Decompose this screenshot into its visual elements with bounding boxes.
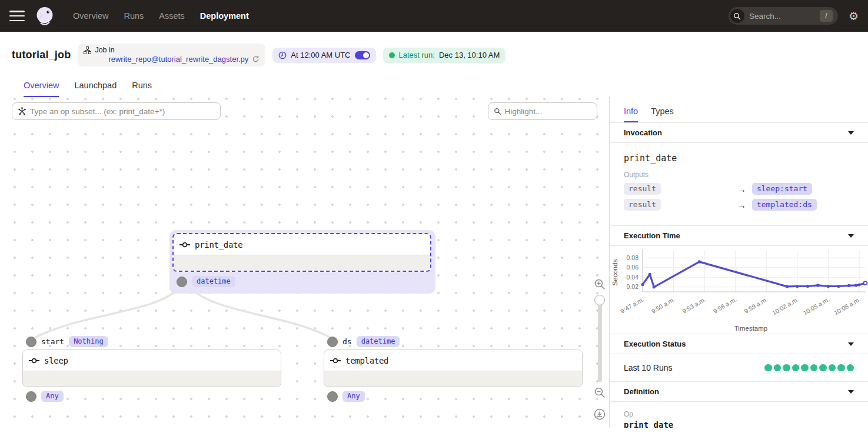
output-name-chip: result: [624, 183, 661, 195]
page-header: tutorial_job Job in rewrite_repo@tutoria…: [0, 32, 868, 97]
output-row: result → sleep:start: [624, 183, 854, 195]
execution-time-chart-block: 0.020.040.060.089:47 a.m.9:50 a.m.9:53 a…: [610, 246, 868, 334]
op-icon: [29, 358, 39, 364]
run-success-dot[interactable]: [792, 364, 800, 372]
type-chip-any[interactable]: Any: [342, 391, 365, 402]
run-success-dot[interactable]: [847, 364, 854, 372]
section-execution-status[interactable]: Execution Status: [610, 334, 868, 354]
definition-block: Op print_date: [610, 402, 868, 428]
svg-text:10:05 a.m.: 10:05 a.m.: [802, 295, 830, 316]
op-node-body: [174, 255, 430, 271]
run-success-dot[interactable]: [819, 364, 827, 372]
execution-time-chart: 0.020.040.060.089:47 a.m.9:50 a.m.9:53 a…: [610, 246, 868, 334]
outputs-block: Outputs result → sleep:start result → te…: [610, 166, 868, 226]
definition-name: print_date: [624, 420, 854, 428]
tab-runs[interactable]: Runs: [132, 81, 152, 97]
type-chip-any[interactable]: Any: [41, 391, 64, 402]
clock-icon: [278, 51, 287, 59]
tab-info[interactable]: Info: [624, 106, 638, 122]
op-node-body: [324, 371, 582, 387]
input-port-name: start: [41, 337, 64, 346]
schedule-toggle[interactable]: [355, 51, 370, 59]
chevron-down-icon: [848, 234, 854, 238]
menu-icon[interactable]: [9, 11, 25, 21]
templated-input-port: ds datetime: [327, 336, 400, 347]
svg-text:9:53 a.m.: 9:53 a.m.: [681, 295, 707, 314]
run-success-dot[interactable]: [801, 364, 809, 372]
input-port-name: ds: [342, 337, 352, 346]
chevron-down-icon: [848, 390, 854, 394]
op-node-sleep[interactable]: sleep: [22, 350, 281, 387]
zoom-in-icon[interactable]: [594, 278, 606, 290]
svg-text:9:56 a.m.: 9:56 a.m.: [712, 295, 738, 314]
job-chip-path[interactable]: rewrite_repo@tutorial_rewrite_dagster.py: [108, 55, 248, 64]
nav-item-deployment[interactable]: Deployment: [200, 11, 249, 21]
settings-gear-icon[interactable]: ⚙: [849, 11, 859, 22]
section-execution-time[interactable]: Execution Time: [610, 226, 868, 246]
section-title: Definition: [624, 387, 659, 396]
input-port-icon[interactable]: [26, 337, 36, 347]
search-input[interactable]: [744, 12, 820, 21]
sleep-output-port: Any: [26, 391, 64, 402]
tab-overview[interactable]: Overview: [24, 81, 59, 97]
op-icon: [179, 242, 190, 248]
op-graph-canvas[interactable]: print_date datetime start Nothing sleep …: [0, 97, 609, 428]
schedule-badge[interactable]: At 12:00 AM UTC: [272, 48, 375, 63]
output-port-icon[interactable]: [177, 277, 187, 287]
run-success-dot[interactable]: [810, 364, 818, 372]
type-chip-datetime[interactable]: datetime: [192, 276, 235, 287]
job-chip-prefix: Job in: [95, 46, 114, 54]
job-graph-icon: [84, 46, 91, 54]
zoom-out-icon[interactable]: [594, 387, 606, 398]
output-row: result → templated:ds: [624, 199, 854, 211]
job-location-chip[interactable]: Job in rewrite_repo@tutorial_rewrite_dag…: [78, 44, 265, 66]
svg-text:0.08: 0.08: [627, 254, 639, 261]
latest-run-badge[interactable]: Latest run: Dec 13, 10:10 AM: [383, 48, 506, 63]
reload-icon[interactable]: [252, 55, 260, 63]
print-date-output-port: datetime: [177, 276, 235, 287]
svg-text:0.02: 0.02: [627, 283, 639, 290]
chevron-down-icon: [848, 131, 854, 135]
last-runs-row: Last 10 Runs: [610, 354, 868, 382]
svg-text:10:02 a.m.: 10:02 a.m.: [771, 295, 800, 316]
output-port-icon[interactable]: [327, 391, 338, 402]
op-node-templated[interactable]: templated: [324, 350, 583, 387]
run-success-dot[interactable]: [764, 364, 772, 372]
section-title: Execution Time: [624, 231, 680, 240]
outputs-label: Outputs: [624, 171, 854, 179]
run-success-dot[interactable]: [829, 364, 836, 372]
run-success-dot[interactable]: [774, 364, 781, 372]
section-title: Execution Status: [624, 340, 686, 348]
nav-item-assets[interactable]: Assets: [159, 11, 185, 21]
section-invocation[interactable]: Invocation: [610, 123, 868, 143]
output-port-icon[interactable]: [26, 391, 36, 402]
zoom-slider-handle[interactable]: [594, 295, 605, 305]
op-node-print-date[interactable]: print_date: [172, 233, 431, 272]
sleep-input-port: start Nothing: [26, 336, 108, 347]
op-node-name: sleep: [44, 356, 68, 365]
templated-output-port: Any: [327, 391, 365, 402]
zoom-slider[interactable]: [598, 296, 602, 382]
nav-item-overview[interactable]: Overview: [73, 11, 108, 21]
input-port-icon[interactable]: [327, 337, 338, 347]
arrow-right-icon: →: [737, 200, 746, 210]
top-nav: Overview Runs Assets Deployment / ⚙: [0, 0, 868, 32]
output-target-chip[interactable]: templated:ds: [752, 199, 817, 211]
run-success-dot[interactable]: [837, 364, 845, 372]
run-success-dot[interactable]: [783, 364, 790, 372]
run-status-dots[interactable]: [764, 364, 854, 372]
search-icon: [730, 9, 744, 23]
global-search[interactable]: /: [729, 7, 838, 25]
type-chip-datetime[interactable]: datetime: [357, 336, 400, 347]
tab-types[interactable]: Types: [651, 106, 674, 122]
section-definition[interactable]: Definition: [610, 382, 868, 402]
op-node-name: print_date: [195, 240, 242, 249]
tab-launchpad[interactable]: Launchpad: [74, 81, 117, 97]
fit-view-icon[interactable]: [593, 408, 606, 421]
type-chip-nothing[interactable]: Nothing: [69, 336, 108, 347]
op-node-body: [23, 371, 281, 387]
output-target-chip[interactable]: sleep:start: [752, 183, 812, 195]
nav-item-runs[interactable]: Runs: [124, 11, 144, 21]
dagster-logo-icon[interactable]: [34, 5, 55, 26]
schedule-label: At 12:00 AM UTC: [291, 51, 350, 59]
